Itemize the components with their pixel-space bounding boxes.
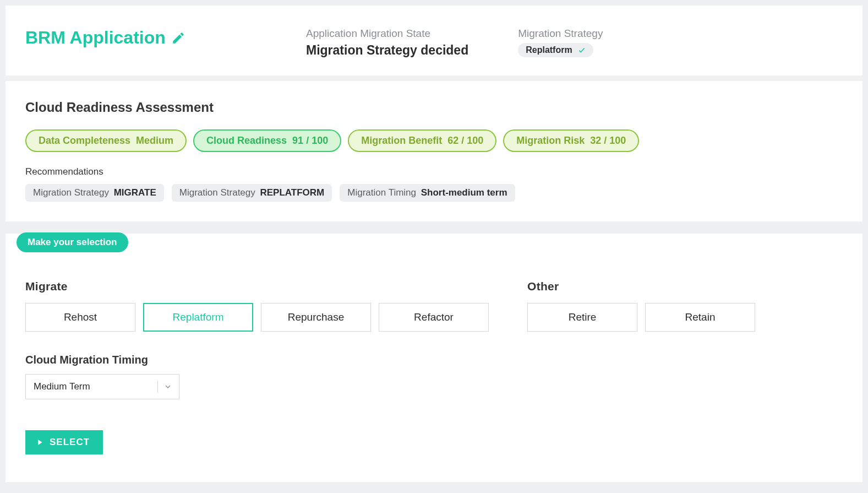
timing-label: Cloud Migration Timing (25, 354, 843, 366)
metric-cloud-readiness[interactable]: Cloud Readiness 91 / 100 (193, 129, 341, 152)
select-button-label: SELECT (50, 437, 90, 448)
recommendations-title: Recommendations (25, 166, 843, 177)
selection-tab[interactable]: Make your selection (17, 232, 128, 252)
assessment-card: Cloud Readiness Assessment Data Complete… (6, 81, 862, 221)
metric-value: 62 / 100 (447, 135, 483, 147)
metrics-row: Data Completeness Medium Cloud Readiness… (25, 129, 843, 152)
edit-icon[interactable] (171, 31, 185, 45)
option-replatform[interactable]: Replatform (143, 303, 253, 332)
metric-label: Migration Risk (516, 135, 585, 147)
other-group-title: Other (527, 280, 755, 293)
other-buttons: Retire Retain (527, 303, 755, 332)
rec-label: Migration Strategy (33, 187, 109, 198)
metric-migration-risk[interactable]: Migration Risk 32 / 100 (503, 129, 639, 152)
selection-body: Migrate Rehost Replatform Repurchase Ref… (6, 252, 862, 454)
play-icon (35, 438, 44, 447)
recommendation-chip: Migration Strategy REPLATFORM (172, 184, 332, 202)
metric-value: Medium (136, 135, 173, 147)
divider (157, 381, 158, 393)
rec-value: REPLATFORM (260, 187, 325, 198)
migrate-group: Migrate Rehost Replatform Repurchase Ref… (25, 280, 489, 332)
rec-value: MIGRATE (114, 187, 156, 198)
timing-select[interactable]: Medium Term (25, 374, 179, 399)
option-repurchase[interactable]: Repurchase (261, 303, 371, 332)
recommendations-row: Migration Strategy MIGRATE Migration Str… (25, 184, 843, 202)
migration-strategy-block: Migration Strategy Replatform (518, 28, 603, 57)
rec-value: Short-medium term (421, 187, 507, 198)
metric-data-completeness[interactable]: Data Completeness Medium (25, 129, 187, 152)
migration-strategy-value: Replatform (526, 45, 572, 55)
option-retain[interactable]: Retain (645, 303, 755, 332)
recommendation-chip: Migration Timing Short-medium term (340, 184, 515, 202)
option-refactor[interactable]: Refactor (379, 303, 489, 332)
assessment-title: Cloud Readiness Assessment (25, 100, 843, 115)
option-rehost[interactable]: Rehost (25, 303, 135, 332)
header-card: BRM Application Application Migration St… (6, 6, 862, 75)
rec-label: Migration Timing (347, 187, 416, 198)
select-button[interactable]: SELECT (25, 430, 103, 454)
timing-block: Cloud Migration Timing Medium Term (25, 354, 843, 399)
selection-card: Make your selection Migrate Rehost Repla… (6, 234, 862, 482)
migration-state-value: Migration Strategy decided (306, 43, 468, 58)
rec-label: Migration Strategy (179, 187, 255, 198)
metric-value: 32 / 100 (590, 135, 626, 147)
chevron-down-icon (163, 382, 172, 391)
migration-strategy-pill: Replatform (518, 43, 593, 57)
recommendation-chip: Migration Strategy MIGRATE (25, 184, 164, 202)
metric-migration-benefit[interactable]: Migration Benefit 62 / 100 (348, 129, 496, 152)
migration-strategy-label: Migration Strategy (518, 28, 603, 40)
metric-label: Migration Benefit (361, 135, 442, 147)
option-retire[interactable]: Retire (527, 303, 637, 332)
timing-value: Medium Term (34, 381, 90, 392)
migration-state-label: Application Migration State (306, 28, 468, 40)
migrate-buttons: Rehost Replatform Repurchase Refactor (25, 303, 489, 332)
options-row: Migrate Rehost Replatform Repurchase Ref… (25, 280, 843, 332)
other-group: Other Retire Retain (527, 280, 755, 332)
check-icon (578, 46, 586, 54)
metric-value: 91 / 100 (292, 135, 328, 147)
app-title: BRM Application (25, 28, 166, 48)
metric-label: Data Completeness (39, 135, 130, 147)
migration-state-block: Application Migration State Migration St… (306, 28, 468, 58)
migrate-group-title: Migrate (25, 280, 489, 293)
metric-label: Cloud Readiness (206, 135, 287, 147)
app-title-wrap: BRM Application (25, 28, 256, 48)
